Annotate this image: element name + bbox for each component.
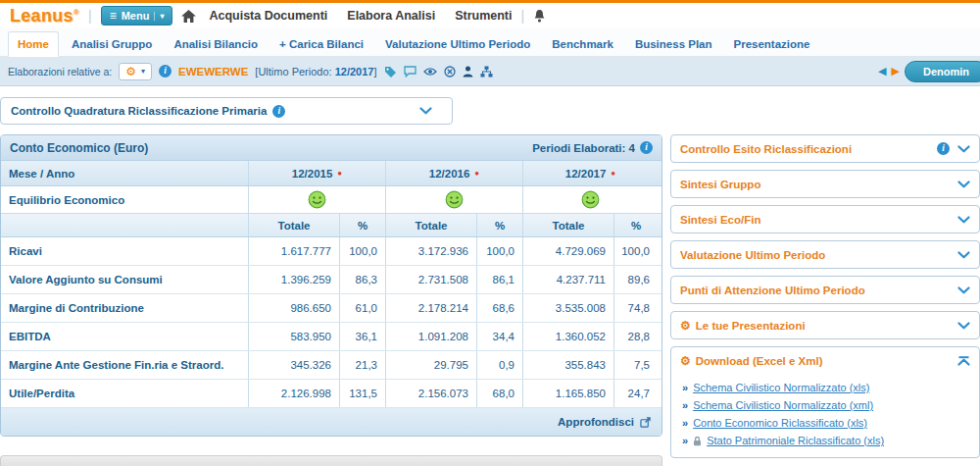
table-row: Utile/Perdita 2.126.998 131,5 2.156.073 … (1, 380, 662, 408)
home-icon[interactable] (181, 10, 196, 23)
cell-value: 4.729.069 (522, 237, 613, 265)
panel-valutazione-ultimo-periodo-header[interactable]: Valutazione Ultimo Periodo (671, 241, 979, 268)
tab-business-plan[interactable]: Business Plan (626, 32, 721, 56)
panel-punti-attenzione-header[interactable]: Punti di Attenzione Ultimo Periodo (671, 277, 979, 303)
mese-anno-header: Mese / Anno (1, 161, 248, 185)
panel-label: Controllo Esito Riclassificazioni (680, 143, 852, 155)
smiley-green-icon (445, 190, 464, 209)
cell-value: 986.650 (248, 294, 339, 322)
download-links: » Schema Civilistico Normalizzato (xls) … (671, 374, 979, 457)
cell-pct: 100,0 (476, 237, 522, 265)
conto-economico-section: Conto Economico (Euro) Periodi Elaborati… (0, 134, 662, 437)
info-icon[interactable]: i (272, 105, 285, 118)
download-link-schema-xls[interactable]: Schema Civilistico Normalizzato (xls) (693, 382, 869, 393)
leanus-logo[interactable]: Leanus® (10, 6, 79, 26)
panel-label-text: Download (Excel e Xml) (696, 355, 823, 367)
totale-header: Totale (385, 214, 476, 236)
info-icon[interactable]: i (937, 142, 950, 155)
bell-icon[interactable] (533, 9, 546, 23)
comment-icon[interactable] (404, 66, 416, 78)
equilibrio-status-2016 (385, 186, 522, 213)
remove-circle-icon[interactable] (444, 66, 456, 78)
panel-sintesi-eco-fin-header[interactable]: Sintesi Eco/Fin (671, 206, 979, 233)
tab-carica-bilanci[interactable]: + Carica Bilanci (270, 32, 372, 56)
download-link-row: » Schema Civilistico Normalizzato (xml) (682, 396, 968, 414)
panel-sintesi-eco-fin: Sintesi Eco/Fin (670, 205, 980, 233)
settings-dropdown[interactable]: ⚙ ▾ (119, 63, 152, 80)
info-icon[interactable]: i (640, 141, 653, 154)
panel-sintesi-gruppo: Sintesi Gruppo (670, 170, 980, 198)
panel-label: Sintesi Gruppo (680, 179, 760, 190)
next-arrow-icon[interactable]: ▶ (891, 65, 899, 78)
chevron-down-icon[interactable] (419, 107, 432, 115)
download-link-row: » Conto Economico Riclassificato (xls) (682, 414, 968, 432)
tab-bar: Home Analisi Gruppo Analisi Bilancio + C… (0, 28, 980, 57)
period-label: 12/2015 (292, 168, 333, 180)
download-link-conto-economico-xls[interactable]: Conto Economico Riclassificato (xls) (693, 417, 867, 429)
denominazione-button[interactable]: Denomin (905, 61, 980, 82)
tab-benchmark[interactable]: Benchmark (543, 32, 622, 56)
download-link-schema-xml[interactable]: Schema Civilistico Normalizzato (xml) (693, 399, 873, 411)
period-header: 12/2017● (522, 161, 658, 185)
top-nav: Acquista Documenti Elabora Analisi Strum… (209, 9, 512, 23)
next-section-collapsed-bar[interactable] (0, 455, 662, 466)
period-label: 12/2017 (565, 168, 607, 180)
period-status-dot: ● (474, 170, 479, 178)
gear-icon: ⚙ (680, 320, 691, 332)
tab-valutazione-ultimo-periodo[interactable]: Valutazione Ultimo Periodo (376, 32, 539, 56)
menu-button[interactable]: ≡ Menu ▾ (101, 6, 173, 26)
panel-presentazioni-header[interactable]: ⚙Le tue Presentazioni (671, 312, 979, 338)
double-arrow-icon: » (682, 417, 688, 429)
totale-header: Totale (522, 214, 613, 236)
cell-value: 3.172.936 (385, 237, 476, 265)
eye-icon[interactable] (423, 67, 437, 77)
cell-value: 2.126.998 (248, 380, 339, 407)
chevron-down-icon[interactable] (957, 216, 970, 224)
collapse-up-icon[interactable] (957, 356, 970, 366)
tab-analisi-bilancio[interactable]: Analisi Bilancio (165, 32, 267, 56)
download-link-stato-patrimoniale-xls[interactable]: Stato Patrimoniale Riclassificato (xls) (707, 435, 884, 446)
external-link-icon[interactable] (640, 417, 651, 428)
elaborazioni-label: Elaborazioni relative a: (8, 66, 112, 78)
table-footer: Approfondisci (1, 408, 662, 436)
panel-download-header[interactable]: ⚙Download (Excel e Xml) (671, 347, 979, 374)
tab-presentazione[interactable]: Presentazione (725, 32, 819, 56)
nav-strumenti[interactable]: Strumenti (455, 9, 512, 23)
chevron-down-icon[interactable] (957, 181, 970, 188)
table-row: Margine di Contribuzione 986.650 61,0 2.… (1, 294, 662, 323)
chevron-down-icon[interactable] (957, 145, 970, 153)
cell-value: 345.326 (248, 351, 339, 379)
approfondisci-link[interactable]: Approfondisci (558, 416, 634, 428)
cell-value: 1.360.052 (522, 323, 613, 350)
empty-cell (1, 214, 248, 236)
sitemap-icon[interactable] (480, 66, 493, 78)
table-row: Valore Aggiunto su Consumi 1.396.259 86,… (1, 266, 662, 294)
period-status-dot: ● (611, 170, 615, 178)
tab-home[interactable]: Home (8, 31, 59, 57)
info-icon[interactable]: i (159, 65, 172, 78)
main-content: Conto Economico (Euro) Periodi Elaborati… (0, 134, 980, 465)
cell-pct: 89,6 (613, 266, 658, 293)
cell-pct: 34,4 (476, 323, 522, 350)
controllo-quadratura-section[interactable]: Controllo Quadratura Riclassificazione P… (0, 97, 453, 125)
panel-controllo-esito-header[interactable]: Controllo Esito Riclassificazioni i (671, 135, 979, 162)
cell-value: 1.396.259 (248, 266, 339, 293)
chevron-down-icon[interactable] (957, 322, 970, 330)
panel-sintesi-gruppo-header[interactable]: Sintesi Gruppo (671, 171, 979, 197)
row-label: Utile/Perdita (1, 380, 248, 407)
equilibrio-status-2015 (248, 186, 385, 213)
period-label: 12/2016 (429, 168, 470, 180)
panel-valutazione-ultimo-periodo: Valutazione Ultimo Periodo (670, 240, 980, 269)
chevron-down-icon[interactable] (957, 251, 970, 259)
cell-pct: 61,0 (339, 294, 385, 322)
prev-arrow-icon[interactable]: ◀ (878, 65, 886, 78)
tab-analisi-gruppo[interactable]: Analisi Gruppo (63, 32, 161, 56)
double-arrow-icon: » (682, 399, 688, 411)
nav-elabora-analisi[interactable]: Elabora Analisi (347, 9, 435, 23)
menu-button-label: Menu (122, 10, 150, 22)
chevron-down-icon[interactable] (957, 286, 970, 294)
tag-icon[interactable] (384, 66, 397, 78)
nav-acquista-documenti[interactable]: Acquista Documenti (209, 9, 327, 23)
cell-pct: 86,3 (339, 266, 385, 293)
user-icon[interactable] (463, 66, 473, 78)
